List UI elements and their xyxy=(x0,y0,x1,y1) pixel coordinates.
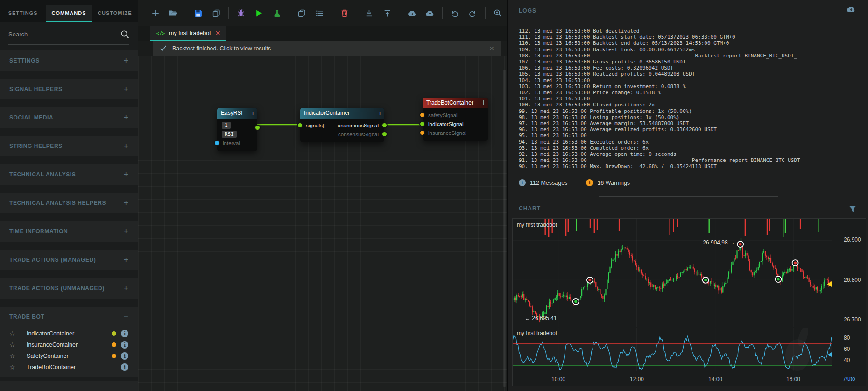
command-item-indicatorcontainer[interactable]: ☆IndicatorContaineri xyxy=(9,328,128,339)
delete-button[interactable] xyxy=(340,7,349,19)
section-label: STRING HELPERS xyxy=(9,143,63,149)
new-script-button[interactable] xyxy=(151,7,160,19)
output-port[interactable] xyxy=(381,131,388,137)
expand-icon[interactable]: + xyxy=(123,198,128,208)
node-badge[interactable]: 1 xyxy=(222,122,231,129)
expand-icon[interactable]: + xyxy=(123,170,128,180)
filter-icon[interactable] xyxy=(848,205,857,213)
rsi-chart-pane[interactable]: my first tradebot xyxy=(513,328,832,371)
script-tab[interactable]: </> my first tradebot ✕ xyxy=(150,26,226,41)
list-button[interactable] xyxy=(315,7,324,19)
input-port[interactable] xyxy=(419,112,425,118)
section-header[interactable]: TRADE ACTIONS (UNMANAGED)+ xyxy=(9,278,128,299)
log-line: 92. 13 mei 23 16:53:00 Average open time… xyxy=(519,151,865,157)
info-icon[interactable]: i xyxy=(121,363,128,371)
section-header[interactable]: TRADE ACTIONS (MANAGED)+ xyxy=(9,250,128,270)
section-header[interactable]: TECHNICAL ANALYSIS+ xyxy=(9,164,128,185)
rsi-pane-label: my first tradebot xyxy=(517,330,557,336)
node-easyrsi[interactable]: EasyRSIi1RSIinterval xyxy=(217,108,257,151)
input-port[interactable] xyxy=(419,130,425,136)
status-dot xyxy=(112,331,116,336)
node-badge[interactable]: RSI xyxy=(222,131,237,138)
messages-count[interactable]: i 112 Messages xyxy=(519,179,567,186)
auto-scale-button[interactable]: Auto xyxy=(844,376,855,382)
section-header[interactable]: TIME INFORMATION+ xyxy=(9,221,128,242)
star-icon[interactable]: ☆ xyxy=(9,330,16,337)
open-script-button[interactable] xyxy=(169,7,178,19)
time-tick: 10:00 xyxy=(544,376,572,383)
warnings-count[interactable]: i 16 Warnings xyxy=(586,179,630,186)
input-port[interactable] xyxy=(419,121,425,127)
section-header[interactable]: TECHNICAL ANALYSIS HELPERS+ xyxy=(9,193,128,213)
save-as-button[interactable] xyxy=(212,7,221,19)
section-technical-analysis: TECHNICAL ANALYSIS+ xyxy=(0,164,138,185)
command-item-safetycontainer[interactable]: ☆SafetyContaineri xyxy=(9,350,128,362)
command-item-tradebotcontainer[interactable]: ☆TradeBotContaineri xyxy=(9,362,128,373)
output-port[interactable] xyxy=(381,122,388,128)
expand-icon[interactable]: + xyxy=(123,227,128,237)
section-header[interactable]: SIGNAL HELPERS+ xyxy=(9,79,128,99)
redo-button[interactable] xyxy=(468,7,477,19)
price-axis[interactable]: 26.900 26.800 26.700 80 60 40 xyxy=(832,219,866,387)
execute-button[interactable] xyxy=(254,7,263,19)
canvas-scrollbar[interactable] xyxy=(503,70,506,387)
section-items: ☆IndicatorContaineri☆InsuranceContaineri… xyxy=(9,327,128,377)
log-line: 109. 13 mei 23 16:53:00 Backtest took: 0… xyxy=(519,47,865,53)
node-tradebotcontainer[interactable]: TradeBotContainerisafetySignalindicatorS… xyxy=(423,98,488,141)
search-input[interactable] xyxy=(8,31,116,38)
node-info-icon[interactable]: i xyxy=(483,98,484,108)
debug-button[interactable] xyxy=(236,7,246,19)
editor-column: </> my first tradebot ✕ Backtest finishe… xyxy=(138,0,507,391)
input-port[interactable] xyxy=(214,140,220,146)
backtest-button[interactable] xyxy=(272,7,282,19)
sidebar-bottom-bar xyxy=(0,381,138,391)
undo-button[interactable] xyxy=(450,7,459,19)
dismiss-notification-icon[interactable]: ✕ xyxy=(489,45,494,52)
expand-icon[interactable]: + xyxy=(123,284,128,293)
tab-commands[interactable]: COMMANDS xyxy=(46,5,92,22)
notification-text: Backtest finished. Click to view results xyxy=(172,45,483,52)
node-canvas[interactable]: EasyRSIi1RSIintervalIndicatorContaineris… xyxy=(138,56,507,391)
star-icon[interactable]: ☆ xyxy=(9,342,16,348)
star-icon[interactable]: ☆ xyxy=(9,364,16,370)
price-chart-pane[interactable]: my first tradebot 26.904,98 → ← 26.695,4… xyxy=(513,219,832,327)
info-icon[interactable]: i xyxy=(121,352,128,360)
panel-splitter[interactable] xyxy=(508,190,868,201)
tab-customize[interactable]: CUSTOMIZE xyxy=(92,5,138,22)
import-button[interactable] xyxy=(365,7,374,19)
output-port[interactable] xyxy=(254,125,261,131)
copy-button[interactable] xyxy=(297,7,306,19)
expand-icon[interactable]: + xyxy=(123,255,128,265)
node-info-icon[interactable]: i xyxy=(252,108,254,119)
section-header[interactable]: STRING HELPERS+ xyxy=(9,136,128,156)
section-header[interactable]: TRADE BOT− xyxy=(9,307,128,327)
log-line: 97. 13 mei 23 16:53:00 Average margin: 5… xyxy=(519,120,865,126)
input-port[interactable] xyxy=(297,122,303,128)
time-axis[interactable]: 10:00 12:00 14:00 16:00 xyxy=(513,372,832,386)
zoom-button[interactable] xyxy=(493,7,502,19)
star-icon[interactable]: ☆ xyxy=(9,353,16,359)
cloud-download-icon[interactable] xyxy=(847,6,856,13)
section-header[interactable]: SOCIAL MEDIA+ xyxy=(9,107,128,128)
backtest-notification[interactable]: Backtest finished. Click to view results… xyxy=(153,41,501,56)
section-header[interactable]: SETTINGS+ xyxy=(9,50,128,71)
cloud-upload-button[interactable] xyxy=(425,7,435,19)
expand-icon[interactable]: + xyxy=(123,141,128,151)
expand-icon[interactable]: + xyxy=(123,84,128,94)
close-tab-icon[interactable]: ✕ xyxy=(215,29,221,37)
save-button[interactable] xyxy=(194,7,203,19)
results-panel: LOGS 112. 13 mei 23 16:53:00 Bot deactiv… xyxy=(507,0,868,391)
tab-settings[interactable]: SETTINGS xyxy=(0,5,46,22)
info-icon[interactable]: i xyxy=(121,330,128,337)
collapse-icon[interactable]: − xyxy=(123,312,128,322)
node-info-icon[interactable]: i xyxy=(379,108,381,119)
log-line: 107. 13 mei 23 16:53:00 Gross profits: 0… xyxy=(519,59,865,65)
expand-icon[interactable]: + xyxy=(123,113,128,123)
cloud-download-button[interactable] xyxy=(407,7,416,19)
info-icon[interactable]: i xyxy=(121,341,128,349)
node-indicatorcontainer[interactable]: IndicatorContainerisignals[]unanimousSig… xyxy=(300,108,384,142)
command-item-insurancecontainer[interactable]: ☆InsuranceContaineri xyxy=(9,339,128,350)
export-button[interactable] xyxy=(382,7,392,19)
log-list[interactable]: 112. 13 mei 23 16:53:00 Bot deactivated1… xyxy=(519,28,865,172)
expand-icon[interactable]: + xyxy=(123,56,128,66)
